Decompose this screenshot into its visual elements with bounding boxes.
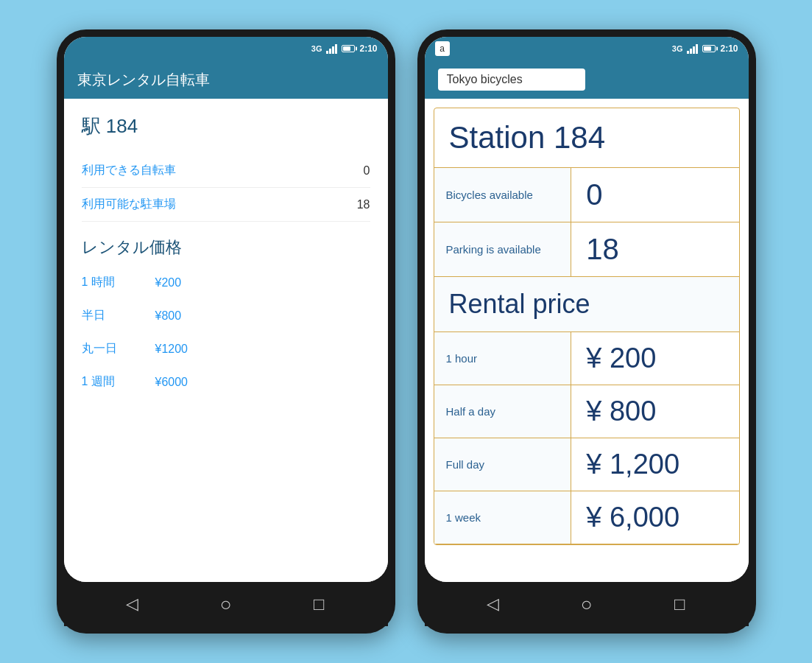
price-row-1week: 1 週間 ¥6000 — [82, 365, 370, 399]
1week-value-en: ¥ 6,000 — [571, 491, 739, 544]
station-name-en: Station 184 — [434, 108, 739, 168]
phone-1-status-bar: 3G 2:10 — [64, 37, 388, 60]
halfday-label-jp: 半日 — [82, 308, 126, 323]
price-row-halfday-en: Half a day ¥ 800 — [434, 385, 739, 438]
signal-label: 3G — [311, 44, 322, 53]
price-row-1hour: 1 時間 ¥200 — [82, 266, 370, 299]
fullday-value-jp: ¥1200 — [155, 343, 188, 356]
phone-1-app-bar: 東京レンタル自転車 — [64, 60, 388, 99]
bicycles-value-en: 0 — [571, 168, 739, 222]
1hour-value-en: ¥ 200 — [571, 332, 739, 385]
recent-button-1[interactable] — [306, 591, 332, 617]
price-table: 1 hour ¥ 200 Half a day ¥ 800 Full day ¥… — [434, 332, 739, 544]
recent-button-2[interactable] — [666, 591, 693, 617]
notification-icon: a — [435, 41, 450, 56]
parking-label-en: Parking is available — [434, 222, 571, 277]
signal-icon-2 — [687, 43, 698, 54]
fullday-label-en: Full day — [434, 438, 571, 491]
rental-section-title-en: Rental price — [434, 277, 739, 332]
bicycles-value-jp: 0 — [341, 164, 370, 178]
battery-icon-2 — [702, 45, 716, 52]
1hour-label-jp: 1 時間 — [82, 275, 126, 290]
phone-1-content: 駅 184 利用できる自転車 0 利用可能な駐車場 18 レンタル価格 1 時間… — [64, 99, 388, 582]
phone-2-status-bar: a 3G 2:10 — [425, 37, 749, 60]
table-row-parking: Parking is available 18 — [434, 222, 739, 277]
1week-label-jp: 1 週間 — [82, 374, 126, 390]
bicycles-label-en: Bicycles available — [434, 168, 571, 222]
home-button-2[interactable] — [573, 591, 599, 617]
price-row-fullday: 丸一日 ¥1200 — [82, 332, 370, 365]
search-input[interactable] — [438, 69, 585, 91]
parking-value-en: 18 — [571, 222, 739, 277]
time-label-2: 2:10 — [720, 43, 738, 54]
phone-2-content: Station 184 Bicycles available 0 Parking… — [425, 99, 749, 582]
battery-icon — [342, 45, 355, 52]
phone-2-nav-bar — [425, 582, 749, 626]
back-button-1[interactable] — [119, 591, 146, 617]
parking-value-jp: 18 — [341, 198, 370, 211]
signal-icon — [326, 43, 337, 54]
fullday-value-en: ¥ 1,200 — [571, 438, 739, 491]
halfday-value-en: ¥ 800 — [571, 385, 739, 438]
station-title-jp: 駅 184 — [82, 113, 370, 139]
time-label: 2:10 — [359, 43, 377, 54]
phone-1-nav-bar — [64, 582, 388, 626]
info-row-bicycles: 利用できる自転車 0 — [82, 154, 370, 188]
phone-1-screen: 3G 2:10 東京レンタル自転車 駅 184 利用できる自転車 0 — [64, 37, 388, 582]
halfday-label-en: Half a day — [434, 385, 571, 438]
price-row-halfday: 半日 ¥800 — [82, 299, 370, 332]
phone-1: 3G 2:10 東京レンタル自転車 駅 184 利用できる自転車 0 — [57, 29, 395, 634]
1week-label-en: 1 week — [434, 491, 571, 544]
phone-2-app-bar — [425, 60, 749, 99]
info-table: Bicycles available 0 Parking is availabl… — [434, 168, 739, 277]
home-button-1[interactable] — [212, 591, 239, 617]
bicycles-label-jp: 利用できる自転車 — [82, 163, 341, 178]
table-row-bicycles: Bicycles available 0 — [434, 168, 739, 222]
phone-2-screen: a 3G 2:10 Station 184 — [425, 37, 749, 582]
halfday-value-jp: ¥800 — [155, 309, 182, 323]
price-row-1hour-en: 1 hour ¥ 200 — [434, 332, 739, 385]
price-row-1week-en: 1 week ¥ 6,000 — [434, 491, 739, 544]
signal-label-2: 3G — [672, 44, 683, 53]
app-title-jp: 東京レンタル自転車 — [77, 70, 210, 90]
price-row-fullday-en: Full day ¥ 1,200 — [434, 438, 739, 491]
1hour-value-jp: ¥200 — [155, 276, 182, 290]
fullday-label-jp: 丸一日 — [82, 341, 126, 357]
rental-section-title-jp: レンタル価格 — [82, 236, 370, 259]
1week-value-jp: ¥6000 — [155, 376, 188, 389]
1hour-label-en: 1 hour — [434, 332, 571, 385]
phone-2: a 3G 2:10 Station 184 — [417, 29, 756, 634]
back-button-2[interactable] — [480, 591, 506, 617]
info-row-parking: 利用可能な駐車場 18 — [82, 188, 370, 222]
parking-label-jp: 利用可能な駐車場 — [82, 197, 341, 212]
station-card: Station 184 Bicycles available 0 Parking… — [434, 108, 740, 545]
